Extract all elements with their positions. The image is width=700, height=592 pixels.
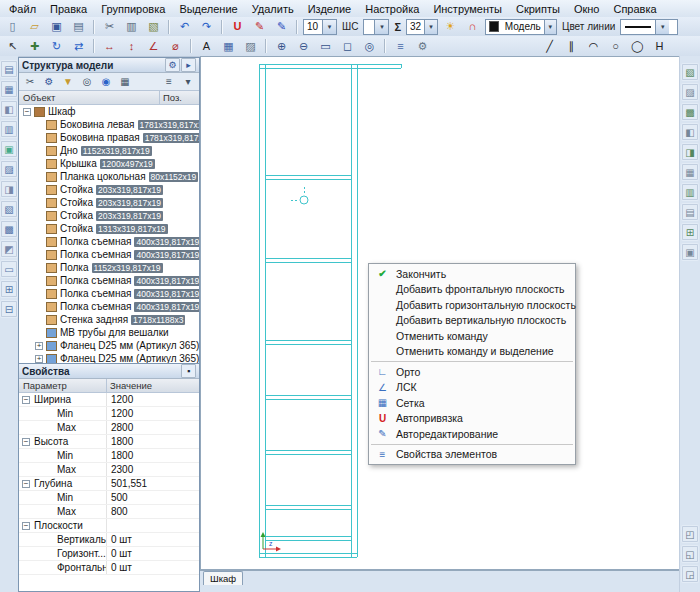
left-dock-icon-09[interactable]: ▩ [0, 220, 18, 238]
text-icon[interactable]: A [196, 37, 217, 56]
dimension-horizontal-icon[interactable]: ↔ [99, 37, 120, 56]
left-dock-icon-01[interactable]: ▤ [0, 60, 18, 78]
pen-red-icon[interactable]: ✎ [249, 17, 270, 36]
tree-item[interactable]: Полка съемная 400x319,817x19 [19, 248, 199, 261]
expander-icon[interactable]: − [22, 522, 30, 530]
layers-icon[interactable]: ≡ [390, 37, 411, 56]
menu-item-cancel-command-and-selection[interactable]: Отменить команду и выделение [369, 344, 575, 360]
copy-icon[interactable]: ▥ [121, 17, 142, 36]
line-color-combo[interactable]: ▾ [620, 19, 678, 35]
tree-item[interactable]: Боковина левая 1781x319,817x19 [19, 118, 199, 131]
left-dock-icon-13[interactable]: ⊟ [0, 300, 18, 318]
tree-root-item[interactable]: − Шкаф [19, 105, 199, 118]
zoom-window-icon[interactable]: ▭ [315, 37, 336, 56]
structure-settings-icon[interactable]: ⚙ [40, 74, 58, 90]
right-dock-icon-08[interactable]: ▤ [681, 203, 699, 221]
shs-combo[interactable]: ▾ [363, 19, 389, 35]
panel-float-button[interactable]: ▸ [181, 58, 196, 72]
tree-item[interactable]: Дно 1152x319,817x19 [19, 144, 199, 157]
property-row[interactable]: Min 500 [19, 491, 199, 505]
settings-icon[interactable]: ⚙ [412, 37, 433, 56]
lamp-icon[interactable]: ☀ [440, 17, 461, 36]
tree-item[interactable]: МВ трубы для вешалки [19, 326, 199, 339]
right-dock-bottom-icon-3[interactable]: ◲ [681, 565, 699, 583]
menu-item-autoedit[interactable]: ✎ Авторедактирование [369, 426, 575, 442]
tree-item[interactable]: Стойка 203x319,817x19 [19, 209, 199, 222]
menu-item-grid[interactable]: ▦ Сетка [369, 395, 575, 411]
tree-item[interactable]: Планка цокольная 80x1152x19 [19, 170, 199, 183]
print-icon[interactable]: ▤ [68, 17, 89, 36]
menu-item-add-horizontal-plane[interactable]: Добавить горизонтальную плоскость [369, 297, 575, 313]
menubar-item[interactable]: Группировка [94, 2, 172, 16]
new-file-icon[interactable]: ▯ [2, 17, 23, 36]
property-row[interactable]: − Плоскости [19, 519, 199, 533]
search-icon[interactable]: ◎ [78, 74, 96, 90]
property-row[interactable]: Max 800 [19, 505, 199, 519]
left-dock-icon-02[interactable]: ▦ [0, 80, 18, 98]
font-size-combo[interactable]: 10 ▾ [303, 19, 337, 35]
property-row[interactable]: Max 2800 [19, 421, 199, 435]
left-dock-icon-12[interactable]: ⊞ [0, 280, 18, 298]
menubar-item[interactable]: Правка [43, 2, 94, 16]
menubar-item[interactable]: Изделие [301, 2, 359, 16]
cut-icon[interactable]: ✂ [99, 17, 120, 36]
menu-item-add-vertical-plane[interactable]: Добавить вертикальную плоскость [369, 313, 575, 329]
right-dock-bottom-icon-1[interactable]: ◰ [681, 525, 699, 543]
rotate-icon[interactable]: ↻ [46, 37, 67, 56]
filter-icon[interactable]: ▼ [59, 74, 77, 90]
left-dock-icon-08[interactable]: ▧ [0, 200, 18, 218]
left-dock-icon-04[interactable]: ▥ [0, 120, 18, 138]
line-tool-icon[interactable]: ╱ [539, 37, 560, 56]
menu-item-lcs[interactable]: ∠ ЛСК [369, 380, 575, 396]
tree-item[interactable]: Крышка 1200x497x19 [19, 157, 199, 170]
right-dock-icon-09[interactable]: ⊞ [681, 223, 699, 241]
menu-item-element-properties[interactable]: ≡ Свойства элементов [369, 447, 575, 463]
property-row[interactable]: Min 1800 [19, 449, 199, 463]
expander-icon[interactable]: + [35, 355, 43, 363]
visibility-icon[interactable]: ◉ [97, 74, 115, 90]
save-icon[interactable]: ▣ [46, 17, 67, 36]
tree-item[interactable]: Полка съемная 400x319,817x19 [19, 300, 199, 313]
table-icon[interactable]: ▦ [218, 37, 239, 56]
tree-item[interactable]: + Фланец D25 мм (Артикул 365) [19, 339, 199, 352]
tree-item[interactable]: Полка съемная 400x319,817x19 [19, 274, 199, 287]
paste-icon[interactable]: ▧ [143, 17, 164, 36]
circle-tool-icon[interactable]: ○ [605, 37, 626, 56]
column-parameter[interactable]: Параметр [19, 379, 107, 392]
right-dock-bottom-icon-2[interactable]: ◱ [681, 545, 699, 563]
left-dock-icon-06[interactable]: ▨ [0, 160, 18, 178]
open-folder-icon[interactable]: ▱ [24, 17, 45, 36]
mirror-icon[interactable]: ⇄ [68, 37, 89, 56]
menubar-item[interactable]: Выделение [172, 2, 244, 16]
tab-shkaf[interactable]: Шкаф [203, 571, 243, 585]
edit-structure-icon[interactable]: ✂ [21, 74, 39, 90]
expander-icon[interactable]: − [22, 396, 30, 404]
tree-item[interactable]: Стойка 203x319,817x19 [19, 183, 199, 196]
menu-item-finish[interactable]: ✔ Закончить [369, 266, 575, 282]
menu-item-add-frontal-plane[interactable]: Добавить фронтальную плоскость [369, 282, 575, 298]
right-dock-icon-05[interactable]: ◨ [681, 143, 699, 161]
menu-item-ortho[interactable]: ∟ Орто [369, 364, 575, 380]
left-dock-icon-03[interactable]: ◧ [0, 100, 18, 118]
right-dock-icon-03[interactable]: ▩ [681, 103, 699, 121]
zoom-out-icon[interactable]: ⊖ [293, 37, 314, 56]
right-dock-icon-04[interactable]: ◧ [681, 123, 699, 141]
hatch-icon[interactable]: ▨ [240, 37, 261, 56]
expander-icon[interactable]: − [22, 480, 30, 488]
redo-icon[interactable]: ↷ [196, 17, 217, 36]
property-row[interactable]: Min 1200 [19, 407, 199, 421]
tree-item[interactable]: Полка съемная 400x319,817x19 [19, 287, 199, 300]
menu-item-cancel-command[interactable]: Отменить команду [369, 328, 575, 344]
zoom-all-icon[interactable]: ◻ [337, 37, 358, 56]
property-row[interactable]: − Ширина 1200 [19, 393, 199, 407]
zoom-in-icon[interactable]: ⊕ [271, 37, 292, 56]
preview-icon[interactable]: ▦ [116, 74, 134, 90]
property-row[interactable]: Горизонт... 0 шт [19, 547, 199, 561]
parallel-lines-icon[interactable]: ∥ [561, 37, 582, 56]
left-dock-icon-07[interactable]: ◨ [0, 180, 18, 198]
expander-icon[interactable]: + [35, 342, 43, 350]
menu-item-autosnap[interactable]: U Автопривязка [369, 411, 575, 427]
left-dock-icon-05[interactable]: ▣ [0, 140, 18, 158]
panel-list-icon[interactable]: ≡ [160, 74, 178, 90]
menubar-item[interactable]: Настройка [358, 2, 426, 16]
